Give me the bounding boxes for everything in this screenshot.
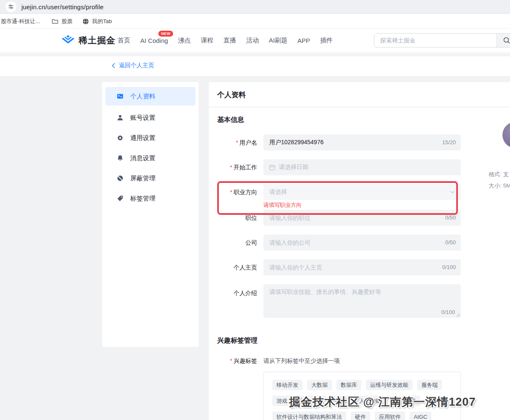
- required-marker: *: [230, 164, 232, 171]
- site-header: 稀土掘金 首页 AI Coding NEW 沸点 课程 直播 活动 AI刷题 A…: [0, 29, 510, 53]
- form-row-intro: 个人介绍 0/100: [217, 284, 452, 318]
- bookmark-label: 我的Tab: [92, 18, 112, 25]
- url-text[interactable]: juejin.cn/user/settings/profile: [21, 3, 103, 11]
- tag-icon: [117, 195, 124, 202]
- header-divider: [0, 53, 510, 56]
- career-error-message: 请填写职业方向: [263, 201, 302, 209]
- nav-item-app[interactable]: APP: [297, 37, 310, 44]
- bookmark-item[interactable]: 股票: [52, 18, 72, 25]
- start-work-label: *开始工作: [217, 159, 257, 175]
- sidebar-item-tags[interactable]: 标签管理: [102, 188, 199, 209]
- nav-item-pins[interactable]: 沸点: [178, 37, 191, 45]
- address-bar: juejin.cn/user/settings/profile: [0, 0, 510, 14]
- form-row-homepage: 个人主页 0/100: [217, 259, 452, 275]
- career-select-wrap: 请选择: [263, 184, 461, 200]
- watermark: 掘金技术社区 @ 江南第一深情1207: [289, 394, 476, 409]
- interest-hint: 请从下列标签中至少选择一项: [263, 357, 340, 365]
- intro-textarea[interactable]: [263, 284, 461, 318]
- sidebar-item-account[interactable]: 账号设置: [102, 108, 199, 128]
- user-icon: [117, 114, 124, 121]
- tag-row: 移动开发 大数据 数据库 运维与研发效能 服务端: [272, 380, 452, 390]
- new-badge: NEW: [158, 31, 173, 37]
- job-input-wrap: 0/50: [263, 210, 461, 226]
- intro-textarea-wrap: 0/100: [263, 284, 461, 318]
- main-nav: 首页 AI Coding NEW 沸点 课程 直播 活动 AI刷题 APP 插件: [118, 29, 333, 53]
- profile-form-card: 个人资料 基本信息 *用户名 15/20 *开始工作: [209, 82, 510, 420]
- sidebar-item-label: 通用设置: [130, 134, 155, 142]
- nav-item-ai-coding[interactable]: AI Coding NEW: [140, 37, 168, 44]
- nav-item-ai-quiz[interactable]: AI刷题: [269, 37, 287, 45]
- card-header: 个人资料: [209, 82, 510, 107]
- bell-icon: [117, 155, 124, 161]
- search-button[interactable]: [496, 34, 510, 47]
- career-label: *职业方向: [217, 184, 257, 200]
- avatar[interactable]: [502, 122, 510, 148]
- nav-item-courses[interactable]: 课程: [201, 37, 213, 45]
- username-label: *用户名: [217, 135, 257, 151]
- sidebar-item-label: 屏蔽管理: [130, 174, 155, 182]
- company-input[interactable]: [263, 235, 461, 251]
- sidebar-item-label: 个人资料: [130, 92, 155, 100]
- tune-icon: [8, 4, 14, 10]
- interest-tag[interactable]: 大数据: [307, 380, 332, 390]
- bookmark-item[interactable]: 我的Tab: [82, 18, 112, 25]
- sidebar-item-block[interactable]: 屏蔽管理: [102, 168, 199, 188]
- bookmark-label: 股票: [61, 18, 72, 25]
- job-label: 职位: [217, 210, 257, 226]
- interest-tag[interactable]: 运维与研发效能: [366, 380, 413, 390]
- char-counter: 0/50: [445, 235, 456, 251]
- bookmark-item[interactable]: 股市通-科技让...: [1, 18, 40, 25]
- username-input-wrap: 15/20: [263, 135, 461, 151]
- back-link[interactable]: 返回个人主页: [111, 62, 154, 69]
- char-counter: 0/100: [441, 309, 455, 315]
- form-row-interest: *兴趣标签 请从下列标签中至少选择一项: [217, 357, 452, 365]
- interest-tag[interactable]: 移动开发: [272, 380, 302, 390]
- nav-item-home[interactable]: 首页: [118, 37, 130, 45]
- interest-tag[interactable]: 数据库: [336, 380, 361, 390]
- chevron-down-icon: [450, 190, 455, 194]
- company-label: 公司: [217, 235, 257, 251]
- back-link-label: 返回个人主页: [119, 62, 154, 69]
- globe-icon: [82, 18, 89, 25]
- interest-tag[interactable]: AIGC: [410, 412, 431, 420]
- homepage-input[interactable]: [263, 259, 461, 275]
- interest-tag[interactable]: 硬件: [351, 412, 370, 420]
- nav-item-live[interactable]: 直播: [223, 37, 236, 45]
- interest-label: *兴趣标签: [217, 357, 257, 365]
- career-select[interactable]: 请选择: [263, 184, 461, 200]
- search-input[interactable]: [374, 34, 496, 47]
- date-picker[interactable]: 请选择日期: [263, 159, 461, 175]
- sidebar-item-label: 消息设置: [130, 154, 155, 162]
- site-permissions-icon[interactable]: [5, 1, 16, 12]
- required-marker: *: [236, 139, 238, 146]
- nav-item-events[interactable]: 活动: [246, 37, 259, 45]
- avatar-format-hint: 格式: 支: [489, 169, 510, 180]
- juejin-logo-icon: [61, 35, 75, 46]
- form-row-username: *用户名 15/20: [217, 135, 452, 151]
- homepage-label: 个人主页: [217, 259, 257, 275]
- resize-handle-icon[interactable]: [456, 313, 460, 317]
- settings-sidebar: 个人资料 账号设置 通: [102, 82, 199, 347]
- section-title-interest: 兴趣标签管理: [217, 336, 258, 345]
- back-bar: 返回个人主页: [0, 56, 510, 76]
- settings-page: 个人资料 账号设置 通: [0, 76, 510, 420]
- username-input[interactable]: [263, 135, 461, 151]
- search-box: [374, 33, 510, 48]
- homepage-input-wrap: 0/100: [263, 259, 461, 275]
- interest-tag[interactable]: 软件设计与数据结构和算法: [272, 412, 346, 420]
- start-work-picker-wrap: 请选择日期: [263, 159, 461, 175]
- job-input[interactable]: [263, 210, 461, 226]
- folder-icon: [52, 18, 58, 25]
- interest-tag[interactable]: 服务端: [417, 380, 442, 390]
- calendar-icon: [269, 164, 275, 170]
- form-row-company: 公司 0/50: [217, 235, 452, 251]
- nav-item-plugins[interactable]: 插件: [320, 37, 333, 45]
- search-icon: [503, 37, 510, 44]
- char-counter: 0/50: [445, 210, 456, 226]
- sidebar-item-general[interactable]: 通用设置: [102, 128, 199, 148]
- sidebar-item-messages[interactable]: 消息设置: [102, 148, 199, 168]
- logo[interactable]: 稀土掘金: [61, 34, 116, 46]
- sidebar-item-profile[interactable]: 个人资料: [105, 87, 195, 106]
- bookmarks-bar: 股市通-科技让... 股票 我的Tab: [0, 14, 510, 29]
- interest-tag[interactable]: 应用软件: [375, 412, 405, 420]
